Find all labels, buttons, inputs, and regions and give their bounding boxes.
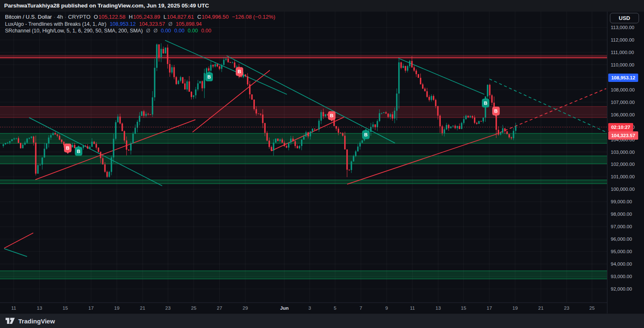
candle-down [169,60,170,77]
price-axis-tick: 113,000.00 [611,24,634,31]
candle-down [234,60,235,68]
candle-up [152,91,153,117]
candle-down [277,138,279,141]
candle-down [448,124,449,131]
time-axis-tick: Jun [280,306,289,311]
candle-up [2,143,4,148]
time-axis[interactable]: 11131517192123252729Jun35791113151719212… [0,303,607,311]
candle-up [154,59,155,101]
svg-text:B: B [66,146,69,150]
price-axis-tick: 98,000.00 [611,211,632,217]
down-trendline [165,40,287,94]
candle-up [156,44,158,71]
candle-down [191,91,192,99]
up-trendline [4,233,33,248]
candle-down [286,145,287,148]
svg-text:B: B [494,109,498,113]
price-axis-tick: 99,000.00 [611,198,632,205]
time-axis-tick: 17 [89,306,94,311]
candle-up [44,143,45,158]
candle-up [178,80,179,85]
candle-up [135,124,136,134]
candle-up [301,139,302,150]
candle-up [299,145,300,149]
support-zone [0,180,607,184]
tradingview-logo[interactable]: TradingView [5,317,55,325]
time-axis-tick: 29 [243,306,248,311]
time-axis-tick: 21 [140,306,146,311]
price-axis-tick: 100,000.00 [611,186,635,192]
resistance-zone [0,55,607,59]
candle-down [158,44,160,62]
candle-up [141,111,142,116]
candle-up [450,126,452,128]
candle-up [193,95,194,99]
down-trendline [398,58,484,94]
candle-down [254,99,255,111]
candle-down [433,94,434,101]
candle-down [420,74,421,84]
candle-down [175,76,177,85]
candle-down [249,81,250,99]
candle-up [373,122,374,128]
time-axis-tick: 5 [334,306,336,311]
candle-up [351,160,352,173]
indicator-price-label: 104,323.57 [608,131,638,140]
candle-down [346,149,348,177]
candle-up [171,65,173,74]
candle-down [400,62,402,69]
candle-up [215,63,216,68]
down-trendline-extension [489,79,606,132]
time-axis-tick: 15 [461,306,466,311]
price-axis-tick: 111,000.00 [611,49,634,56]
chart-pane[interactable]: BBBBBBBB11131517192123252729Jun357911131… [0,12,607,313]
price-axis[interactable]: USD 113,000.00112,000.00111,000.00110,00… [607,12,644,313]
candle-down [266,131,268,141]
currency-toggle-button[interactable]: USD [610,13,639,23]
price-axis-tick: 102,000.00 [611,161,635,168]
candle-up [357,144,358,151]
trendlines [4,40,606,256]
price-axis-tick: 94,000.00 [611,261,632,267]
publish-header-text: ParshwaTurakhiya28 published on TradingV… [4,2,209,9]
candle-up [461,122,462,129]
candle-up [115,120,116,141]
time-axis-tick: 15 [63,306,68,311]
time-axis-tick: 11 [410,306,415,311]
candle-down [422,83,423,89]
candle-up [431,94,432,102]
candle-down [245,74,246,77]
candle-down [416,69,417,77]
candle-up [200,81,201,84]
candle-down [504,128,506,134]
candle-up [52,132,54,136]
candle-up [452,125,454,128]
support-zone [0,271,607,279]
price-axis-tick: 96,000.00 [611,236,632,242]
candle-down [121,123,123,131]
candle-up [165,47,166,54]
bar-close-countdown: 02:10:27 [608,123,633,131]
candle-down [163,47,164,54]
candle-down [481,121,482,121]
candle-up [37,164,39,174]
time-axis-tick: 23 [564,306,570,311]
time-axis-tick: 9 [385,306,388,311]
candle-down [405,66,406,73]
price-axis-tick: 107,000.00 [611,99,635,106]
candle-up [275,138,276,143]
time-axis-tick: 13 [436,306,441,311]
candle-up [5,143,6,145]
down-trendline [4,249,27,256]
tradingview-mark-icon [5,317,15,325]
candle-up [478,121,479,124]
price-axis-tick: 110,000.00 [611,62,634,68]
candle-up [204,69,205,98]
candle-up [111,155,112,175]
candle-up [502,125,503,133]
candle-up [305,131,306,137]
candle-down [506,131,508,134]
candle-down [498,126,499,136]
time-axis-tick: 11 [11,306,16,311]
candle-up [446,123,447,130]
